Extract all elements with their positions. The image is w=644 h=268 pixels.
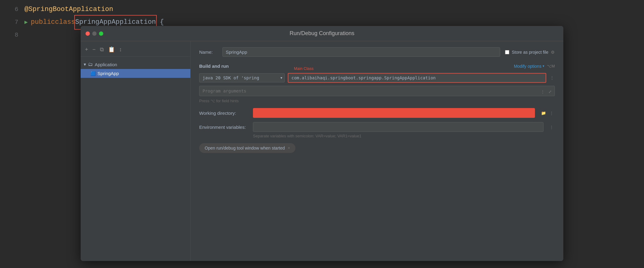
line-number-6: 6	[6, 3, 18, 16]
field-hint-text: Press ⌥ for field hints	[199, 99, 555, 103]
build-and-run-section-header: Build and run Modify options ▾ ⌥M	[199, 63, 555, 69]
args-copy-icon[interactable]: ⋮	[540, 89, 546, 95]
chevron-down-icon: ▾	[84, 62, 86, 67]
env-separator-hint: Separate variables with semicolon: VAR=v…	[253, 134, 555, 138]
add-configuration-button[interactable]: +	[84, 46, 90, 53]
args-expand-icon[interactable]: ⤢	[547, 89, 553, 95]
store-as-project-file-label: Store as project file	[512, 50, 548, 55]
sort-configuration-button[interactable]: ↕	[118, 46, 123, 53]
app-config-icon: 🟦	[90, 71, 96, 76]
main-class-input[interactable]	[288, 73, 546, 83]
sidebar-item-springapp[interactable]: 🟦 SpringApp	[81, 69, 190, 78]
main-class-label: Main Class	[294, 66, 313, 71]
environment-variables-input[interactable]	[253, 122, 543, 132]
sidebar: + − ⧉ 📋 ↕ ▾ 🗂 Application 🟦 SpringApp	[81, 41, 191, 261]
env-vars-icons: ⋮	[548, 124, 555, 130]
chevron-down-icon: ▾	[543, 64, 544, 68]
gear-icon[interactable]: ⚙	[551, 50, 555, 55]
sidebar-toolbar: + − ⧉ 📋 ↕	[81, 44, 190, 57]
remove-configuration-button[interactable]: −	[91, 46, 97, 53]
maximize-button[interactable]	[99, 31, 103, 36]
dialog-titlebar: Run/Debug Configurations	[81, 26, 563, 41]
name-row: Name: Store as project file ⚙	[199, 47, 555, 57]
group-header-application[interactable]: ▾ 🗂 Application	[81, 60, 190, 69]
configuration-group-application: ▾ 🗂 Application 🟦 SpringApp	[81, 59, 190, 79]
store-as-project-file-checkbox[interactable]	[505, 50, 509, 54]
modify-options-button[interactable]: Modify options ▾ ⌥M	[514, 64, 555, 69]
modify-options-label: Modify options	[514, 64, 541, 69]
open-tool-window-close-icon[interactable]: ×	[288, 146, 290, 150]
close-button[interactable]	[86, 31, 90, 36]
working-directory-row: Working directory: 📁 ⋮	[199, 108, 555, 118]
build-row: java 20 SDK of 'spring ⋮	[199, 73, 555, 83]
env-vars-copy-icon[interactable]: ⋮	[548, 124, 555, 130]
dialog-title: Run/Debug Configurations	[290, 30, 354, 37]
working-directory-input[interactable]	[253, 108, 535, 118]
code-line-6: 6 @SpringBootApplication	[0, 3, 644, 16]
dialog-body: + − ⧉ 📋 ↕ ▾ 🗂 Application 🟦 SpringApp	[81, 41, 563, 261]
working-dir-folder-icon[interactable]: 📁	[540, 110, 547, 116]
move-configuration-button[interactable]: 📋	[107, 45, 116, 53]
minimize-button[interactable]	[92, 31, 97, 36]
working-directory-label: Working directory:	[199, 110, 248, 116]
store-project-row: Store as project file ⚙	[505, 50, 555, 55]
traffic-lights	[86, 31, 103, 36]
sdk-main-class-container: Main Class java 20 SDK of 'spring ⋮	[199, 73, 555, 83]
build-and-run-title: Build and run	[199, 63, 229, 69]
java-sdk-select[interactable]: java 20 SDK of 'spring	[199, 73, 285, 82]
configuration-content: Name: Store as project file ⚙ Build and …	[191, 41, 563, 261]
environment-variables-row: Environment variables: ⋮	[199, 122, 555, 132]
open-tool-window-label: Open run/debug tool window when started	[205, 146, 285, 150]
program-arguments-row: ⋮ ⤢	[199, 86, 555, 97]
working-directory-icons: 📁 ⋮	[540, 110, 555, 116]
group-name-application: Application	[95, 62, 117, 67]
dialog-overlay: Run/Debug Configurations + − ⧉ 📋 ↕ ▾ 🗂 A…	[0, 26, 644, 268]
modify-options-shortcut: ⌥M	[547, 64, 555, 68]
java-sdk-wrapper: java 20 SDK of 'spring	[199, 73, 285, 82]
main-class-browse-icon[interactable]: ⋮	[549, 75, 555, 81]
program-arguments-input[interactable]	[199, 86, 555, 96]
working-dir-copy-icon[interactable]: ⋮	[548, 110, 555, 116]
args-icons: ⋮ ⤢	[540, 89, 553, 95]
folder-icon: 🗂	[88, 62, 93, 67]
name-label: Name:	[199, 49, 218, 55]
modify-options-area: Modify options ▾ ⌥M	[514, 64, 555, 69]
open-tool-window-button[interactable]: Open run/debug tool window when started …	[199, 143, 295, 153]
sidebar-item-label-springapp: SpringApp	[97, 71, 119, 76]
copy-configuration-button[interactable]: ⧉	[99, 46, 105, 53]
annotation-text: @SpringBootApplication	[24, 3, 113, 16]
run-debug-configurations-dialog: Run/Debug Configurations + − ⧉ 📋 ↕ ▾ 🗂 A…	[81, 26, 563, 261]
name-input[interactable]	[222, 47, 500, 57]
environment-variables-label: Environment variables:	[199, 125, 248, 130]
